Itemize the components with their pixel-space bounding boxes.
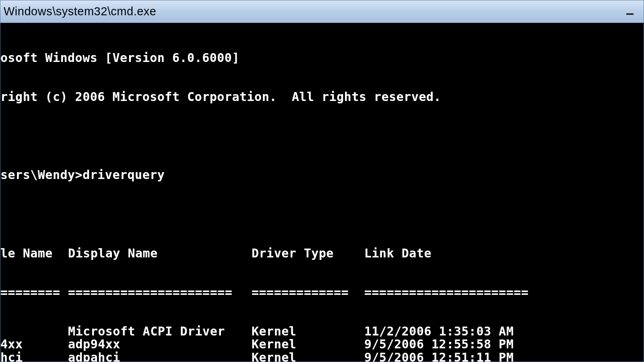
minimize-button[interactable]	[623, 6, 637, 17]
table-row: 4xxadp94xxKernel9/5/2006 12:55:58 PM	[0, 338, 644, 351]
sep-display: ======================	[68, 286, 252, 299]
window-title: Windows\system32\cmd.exe	[4, 5, 156, 18]
table-body: Microsoft ACPI DriverKernel11/2/2006 1:3…	[0, 325, 644, 362]
titlebar[interactable]: Windows\system32\cmd.exe	[0, 0, 644, 23]
header-date: Link Date	[364, 247, 574, 260]
cell-date: 9/5/2006 12:51:11 PM	[364, 351, 574, 362]
header-type: Driver Type	[252, 247, 364, 260]
banner-line: right (c) 2006 Microsoft Corporation. Al…	[0, 90, 644, 103]
table-row: hciadpahciKernel9/5/2006 12:51:11 PM	[0, 351, 644, 362]
cmd-window: Windows\system32\cmd.exe osoft Windows […	[0, 0, 644, 362]
cell-display: Microsoft ACPI Driver	[68, 325, 252, 338]
cell-display: adpahci	[68, 351, 252, 362]
cell-type: Kernel	[252, 351, 364, 362]
console-output[interactable]: osoft Windows [Version 6.0.6000] right (…	[0, 23, 644, 362]
header-row: le Name Display Name Driver Type Link Da…	[0, 247, 644, 260]
cell-module: 4xx	[0, 338, 68, 351]
table-row: Microsoft ACPI DriverKernel11/2/2006 1:3…	[0, 325, 644, 338]
cell-type: Kernel	[252, 325, 364, 338]
cell-date: 11/2/2006 1:35:03 AM	[364, 325, 574, 338]
sep-module: ========	[0, 286, 68, 299]
cell-type: Kernel	[252, 338, 364, 351]
separator-row: ======== ====================== ========…	[0, 286, 644, 299]
header-module: le Name	[0, 247, 68, 260]
window-controls	[623, 6, 640, 17]
sep-date: ======================	[364, 286, 574, 299]
header-display: Display Name	[68, 247, 252, 260]
blank-line	[0, 208, 644, 220]
minimize-icon	[626, 13, 634, 15]
cell-date: 9/5/2006 12:55:58 PM	[364, 338, 574, 351]
cell-module	[0, 325, 68, 338]
sep-type: =============	[252, 286, 364, 299]
cell-module: hci	[0, 351, 68, 362]
blank-line	[0, 130, 644, 142]
prompt-line: sers\Wendy>driverquery	[0, 169, 644, 181]
banner-line: osoft Windows [Version 6.0.6000]	[0, 51, 644, 64]
cell-display: adp94xx	[68, 338, 252, 351]
